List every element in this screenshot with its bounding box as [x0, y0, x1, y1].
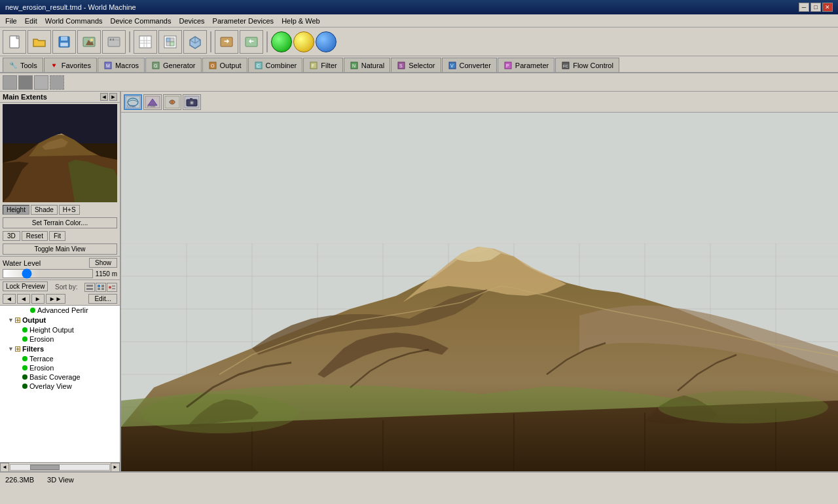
secondary-btn-4[interactable]	[50, 75, 64, 90]
tab-generator[interactable]: G Generator	[145, 58, 202, 72]
status-blue-indicator	[316, 31, 337, 52]
menu-device-commands[interactable]: Device Commands	[107, 16, 175, 26]
water-show-button[interactable]: Show	[89, 258, 117, 268]
open-button[interactable]	[27, 30, 51, 54]
grid-button[interactable]	[134, 30, 157, 54]
water-level-slider[interactable]	[3, 269, 93, 278]
preview-nav-left[interactable]: ◄	[100, 93, 108, 101]
hscroll-left[interactable]: ◄	[0, 463, 9, 472]
menubar: File Edit World Commands Device Commands…	[0, 14, 838, 27]
shade-view-button[interactable]: Shade	[31, 205, 58, 215]
toolbar-separator-3	[266, 31, 268, 52]
orbit-icon: Orbit	[125, 96, 141, 109]
hs-view-button[interactable]: H+S	[59, 205, 80, 215]
converter-icon: V	[448, 61, 457, 70]
3d-controls: 3D Reset Fit	[0, 230, 120, 242]
hscroll-right[interactable]: ►	[111, 463, 120, 472]
import-button[interactable]	[240, 30, 263, 54]
tab-converter[interactable]: V Converter	[442, 58, 497, 72]
nav-last-button[interactable]: ►►	[46, 294, 65, 304]
terrain-color-button[interactable]: Set Terrain Color....	[3, 217, 117, 228]
menu-devices[interactable]: Devices	[175, 16, 208, 26]
secondary-btn-2[interactable]	[18, 75, 33, 90]
tree-item-output-group[interactable]: ▼ ⊞ Output	[0, 315, 120, 325]
tree-item-filters-group[interactable]: ▼ ⊞ Filters	[0, 344, 120, 354]
sort-icon-2[interactable]	[96, 283, 106, 292]
tree-item-advanced-perlin[interactable]: Advanced Perlir	[0, 306, 120, 315]
3d-button[interactable]: 3D	[3, 231, 20, 241]
2d-view-button[interactable]	[158, 30, 182, 54]
horizontal-scrollbar[interactable]: ◄ ►	[0, 462, 120, 471]
svg-text:S: S	[399, 63, 403, 68]
parameter-icon: P	[503, 61, 513, 70]
orbit-view-button[interactable]: Orbit	[124, 94, 142, 110]
window-title: new_erosion_result.tmd - World Machine	[5, 3, 136, 11]
svg-rect-16	[166, 38, 170, 42]
maximize-button[interactable]: □	[811, 3, 821, 12]
favorites-icon: ♥	[50, 61, 59, 70]
menu-edit[interactable]: Edit	[21, 16, 41, 26]
tree-item-erosion-1[interactable]: Erosion	[0, 334, 120, 344]
nav-prev-button[interactable]: ◄	[17, 294, 30, 304]
tree-item-basic-coverage[interactable]: Basic Coverage	[0, 372, 120, 382]
selector-icon: S	[397, 61, 406, 70]
export-button[interactable]	[215, 30, 238, 54]
menu-world-commands[interactable]: World Commands	[41, 16, 107, 26]
preview-nav-right[interactable]: ►	[109, 93, 117, 101]
svg-rect-18	[166, 42, 170, 46]
tab-natural[interactable]: N Natural	[344, 58, 390, 72]
free-view-button[interactable]: Free	[143, 94, 162, 110]
tab-selector[interactable]: S Selector	[391, 58, 441, 72]
new-button[interactable]	[3, 30, 26, 54]
close-button[interactable]: ✕	[822, 3, 833, 12]
reset-button[interactable]: Reset	[22, 231, 48, 241]
tab-combiner[interactable]: C Combiner	[248, 58, 303, 72]
tab-macros[interactable]: M Macros	[98, 58, 145, 72]
nav-next-button[interactable]: ►	[31, 294, 45, 304]
svg-text:O: O	[211, 63, 215, 68]
tree-item-height-output[interactable]: Height Output	[0, 325, 120, 334]
natural-icon: N	[350, 61, 359, 70]
hscroll-track[interactable]	[10, 464, 110, 471]
camera-button[interactable]	[183, 94, 201, 110]
terrain-3d-view[interactable]	[121, 113, 838, 471]
tab-tools[interactable]: 🔧 Tools	[3, 58, 43, 72]
lock-preview-button[interactable]: Lock Preview	[3, 281, 48, 291]
save-button[interactable]	[52, 30, 76, 54]
toggle-main-view-button[interactable]: Toggle Main View	[3, 243, 117, 255]
sort-icon-3[interactable]	[107, 283, 117, 292]
fit-button[interactable]: Fit	[49, 231, 65, 241]
reset-view-button[interactable]	[163, 94, 181, 110]
menu-help[interactable]: Help & Web	[278, 16, 324, 26]
3d-view-button[interactable]	[183, 30, 207, 54]
tab-output[interactable]: O Output	[202, 58, 247, 72]
svg-rect-55	[98, 288, 100, 290]
tab-flowcontrol[interactable]: FC Flow Control	[555, 58, 619, 72]
tree-item-terrace[interactable]: Terrace	[0, 354, 120, 363]
settings-button[interactable]	[102, 30, 126, 54]
nav-first-button[interactable]: ◄	[3, 294, 16, 304]
edit-device-button[interactable]: Edit...	[88, 294, 117, 304]
svg-rect-9	[113, 39, 114, 41]
tab-filter[interactable]: F Filter	[303, 58, 342, 72]
secondary-btn-3[interactable]	[34, 75, 48, 90]
svg-text:N: N	[352, 63, 355, 68]
device-tree[interactable]: Advanced Perlir ▼ ⊞ Output Height Output…	[0, 305, 120, 462]
menu-file[interactable]: File	[1, 16, 21, 26]
menu-parameter-devices[interactable]: Parameter Devices	[209, 16, 278, 26]
svg-point-5	[90, 39, 93, 41]
tab-parameter[interactable]: P Parameter	[498, 58, 555, 72]
render-button[interactable]	[77, 30, 101, 54]
terrain-3d-svg	[121, 113, 838, 471]
view3d-toolbar: Orbit Free	[121, 92, 838, 113]
tree-item-erosion-2[interactable]: Erosion	[0, 363, 120, 372]
sort-icon-1[interactable]	[84, 283, 95, 292]
tab-favorites[interactable]: ♥ Favorites	[44, 58, 97, 72]
svg-text:G: G	[154, 63, 157, 68]
tree-item-overlay-view[interactable]: Overlay View	[0, 382, 120, 391]
hscroll-thumb[interactable]	[30, 465, 60, 470]
secondary-btn-1[interactable]	[3, 75, 17, 90]
minimize-button[interactable]: ─	[799, 3, 809, 12]
height-view-button[interactable]: Height	[3, 205, 29, 215]
svg-text:FC: FC	[563, 64, 569, 68]
